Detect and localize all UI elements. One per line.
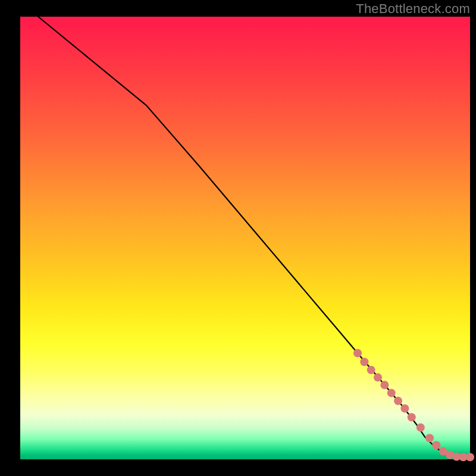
data-point xyxy=(416,423,425,431)
data-point xyxy=(374,373,382,381)
plot-area xyxy=(20,17,470,459)
data-point xyxy=(360,358,368,366)
data-point xyxy=(466,453,474,461)
data-point xyxy=(367,366,375,374)
data-point xyxy=(400,404,409,412)
chart-svg xyxy=(20,17,470,459)
data-point xyxy=(425,434,434,442)
chart-frame: TheBottleneck.com xyxy=(0,0,476,476)
data-point xyxy=(432,441,440,449)
data-point xyxy=(408,413,416,421)
watermark-text: TheBottleneck.com xyxy=(356,1,470,17)
data-point xyxy=(380,381,389,389)
data-point xyxy=(387,389,396,397)
data-point xyxy=(394,397,402,405)
data-point xyxy=(353,349,362,357)
curve-layer xyxy=(38,17,470,457)
bottleneck-curve xyxy=(38,17,470,457)
dots-layer xyxy=(353,349,474,461)
